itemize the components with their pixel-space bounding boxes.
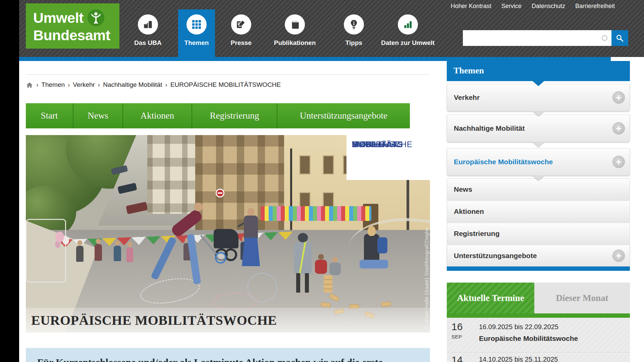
tab-unterstuetzungsangebote[interactable]: Unterstützungsangebote bbox=[277, 103, 410, 128]
no-entry-sign bbox=[216, 189, 224, 197]
logo-line1: Umwelt bbox=[33, 9, 84, 26]
sidebar-item-registrierung[interactable]: Registrierung bbox=[447, 223, 630, 244]
pedestrian bbox=[126, 247, 133, 262]
sidebar-item-label: News bbox=[447, 185, 472, 193]
tab-registrierung[interactable]: Registrierung bbox=[192, 103, 277, 128]
sidebar-item-europaeische-mobilitaetswoche[interactable]: Europäische Mobilitätswoche + bbox=[447, 148, 630, 176]
sidebar-item-news[interactable]: News bbox=[447, 178, 630, 200]
wooden-block-tower bbox=[324, 275, 332, 293]
tab-dieser-monat[interactable]: Dieser Monat bbox=[534, 283, 630, 313]
nav-item-tipps[interactable]: Tipps bbox=[339, 0, 369, 57]
sidebar-header: Themen bbox=[447, 61, 630, 81]
chevron-down-icon bbox=[533, 111, 544, 116]
event-day: 16 bbox=[451, 321, 463, 333]
badge-line4: 16-22 SEPTEMBER bbox=[352, 141, 398, 150]
home-icon[interactable] bbox=[26, 81, 33, 88]
tab-label: Dieser Monat bbox=[556, 293, 608, 303]
breadcrumb: › Themen › Verkehr › Nachhaltige Mobilit… bbox=[26, 81, 281, 88]
sitting-child bbox=[329, 262, 341, 275]
lightbulb-icon bbox=[344, 14, 364, 35]
meta-link-service[interactable]: Service bbox=[501, 3, 522, 10]
nav-label: Tipps bbox=[339, 39, 369, 47]
page-title: EUROPÄISCHE MOBILITÄTSWOCHE bbox=[31, 312, 277, 328]
breadcrumb-themen[interactable]: Themen bbox=[41, 81, 65, 88]
breadcrumb-separator: › bbox=[68, 81, 70, 88]
nav-item-daten-zur-umwelt[interactable]: Daten zur Umwelt bbox=[379, 0, 436, 57]
kneeling-woman-legs bbox=[360, 260, 388, 268]
nav-label: Daten zur Umwelt bbox=[379, 39, 436, 47]
meta-link-barrierefreiheit[interactable]: Barrierefreiheit bbox=[575, 3, 615, 10]
nav-item-publikationen[interactable]: Publikationen bbox=[268, 0, 322, 57]
logo[interactable]: Umwelt Bundesamt bbox=[26, 3, 119, 49]
event-date-range: 16.09.2025 bis 22.09.2025 bbox=[479, 323, 558, 331]
hero-caption-band: EUROPÄISCHE MOBILITÄTSWOCHE bbox=[26, 308, 430, 333]
nav-item-presse[interactable]: Presse bbox=[224, 0, 258, 57]
meta-nav: Hoher Kontrast Service Datenschutz Barri… bbox=[451, 3, 615, 10]
window bbox=[323, 155, 334, 175]
nav-item-das-uba[interactable]: Das UBA bbox=[131, 0, 165, 57]
page: Umwelt Bundesamt Hoher Kontrast Service … bbox=[19, 0, 644, 362]
meta-link-datenschutz[interactable]: Datenschutz bbox=[532, 3, 565, 10]
sidebar-item-verkehr[interactable]: Verkehr + bbox=[447, 84, 630, 111]
grid-icon bbox=[186, 14, 207, 35]
expand-plus-icon[interactable]: + bbox=[612, 156, 625, 168]
search-input[interactable] bbox=[463, 30, 611, 46]
bar-chart-icon bbox=[398, 14, 418, 35]
tab-aktionen[interactable]: Aktionen bbox=[122, 103, 192, 128]
striped-table bbox=[261, 206, 371, 221]
pedestrian bbox=[95, 244, 102, 261]
event-date-range: 14.10.2025 bis 25.11.2025 bbox=[479, 356, 558, 362]
balloons bbox=[55, 232, 64, 242]
breadcrumb-current-page: EUROPÄISCHE MOBILITÄTSWOCHE bbox=[170, 81, 281, 88]
tab-start[interactable]: Start bbox=[26, 103, 73, 128]
event-title: Europäische Mobilitätswoche bbox=[479, 335, 578, 343]
nav-label: Das UBA bbox=[131, 39, 165, 47]
breadcrumb-separator: › bbox=[36, 81, 38, 88]
sidebar-item-aktionen[interactable]: Aktionen bbox=[447, 200, 630, 222]
chevron-down-icon bbox=[533, 81, 544, 86]
mobility-week-badge: EUROPÄISCHE MOBILITÄTS WOCHE 16-22 SEPTE… bbox=[346, 135, 430, 180]
nav-label: Presse bbox=[224, 39, 258, 47]
search-button[interactable] bbox=[611, 30, 628, 46]
logo-line2: Bundesamt bbox=[33, 27, 119, 44]
sidebar-item-label: Nachhaltige Mobilität bbox=[447, 124, 525, 132]
tab-aktuelle-termine[interactable]: Aktuelle Termine bbox=[447, 283, 534, 313]
child-legs bbox=[296, 273, 300, 293]
book-icon bbox=[285, 14, 305, 35]
sidebar-item-label: Europäische Mobilitätswoche bbox=[447, 158, 553, 166]
factory-icon bbox=[138, 14, 158, 35]
header-accent-bar bbox=[19, 57, 611, 61]
sidebar-item-label: Aktionen bbox=[447, 207, 484, 216]
event-list-item[interactable]: 16 SEP 16.09.2025 bis 22.09.2025 Europäi… bbox=[447, 318, 630, 353]
stroller bbox=[214, 229, 238, 248]
pedestrian bbox=[114, 246, 121, 261]
event-day: 14 bbox=[451, 354, 463, 362]
tab-news[interactable]: News bbox=[73, 103, 122, 128]
breadcrumb-separator: › bbox=[98, 81, 100, 88]
search-icon bbox=[615, 34, 625, 43]
sidebar-item-label: Registrierung bbox=[447, 230, 500, 238]
sitting-child bbox=[315, 260, 327, 274]
nav-item-themen[interactable]: Themen bbox=[178, 9, 215, 61]
tab-label: Aktuelle Termine bbox=[457, 293, 524, 303]
events-tab-underline bbox=[447, 313, 630, 318]
sidebar-item-nachhaltige-mobilitaet[interactable]: Nachhaltige Mobilität + bbox=[447, 115, 630, 142]
expand-plus-icon[interactable]: + bbox=[612, 92, 625, 104]
breadcrumb-verkehr[interactable]: Verkehr bbox=[73, 81, 95, 88]
search-reset-icon[interactable] bbox=[602, 35, 607, 41]
backpack bbox=[377, 237, 387, 253]
sidebar-footer-bar bbox=[447, 266, 630, 271]
expand-plus-icon[interactable]: + bbox=[612, 249, 625, 262]
event-list-item[interactable]: 14 14.10.2025 bis 25.11.2025 bbox=[447, 353, 630, 362]
hero-photo: EUROPÄISCHE MOBILITÄTS WOCHE 16-22 SEPTE… bbox=[26, 135, 430, 333]
chevron-down-icon bbox=[533, 142, 544, 147]
expand-plus-icon[interactable]: + bbox=[612, 122, 625, 135]
search-box bbox=[463, 30, 611, 46]
sidebar-item-unterstuetzungsangebote[interactable]: Unterstützungsangebote + bbox=[447, 245, 630, 266]
nav-label: Publikationen bbox=[268, 39, 322, 47]
notepad-pencil-icon bbox=[231, 14, 251, 35]
meta-link-hoher-kontrast[interactable]: Hoher Kontrast bbox=[451, 3, 491, 10]
breadcrumb-nachhaltige-mobilitaet[interactable]: Nachhaltige Mobilität bbox=[103, 81, 162, 88]
goal-frame bbox=[26, 219, 66, 283]
intro-panel: Für Kurzentschlossene und/oder als Lastm… bbox=[26, 348, 430, 362]
